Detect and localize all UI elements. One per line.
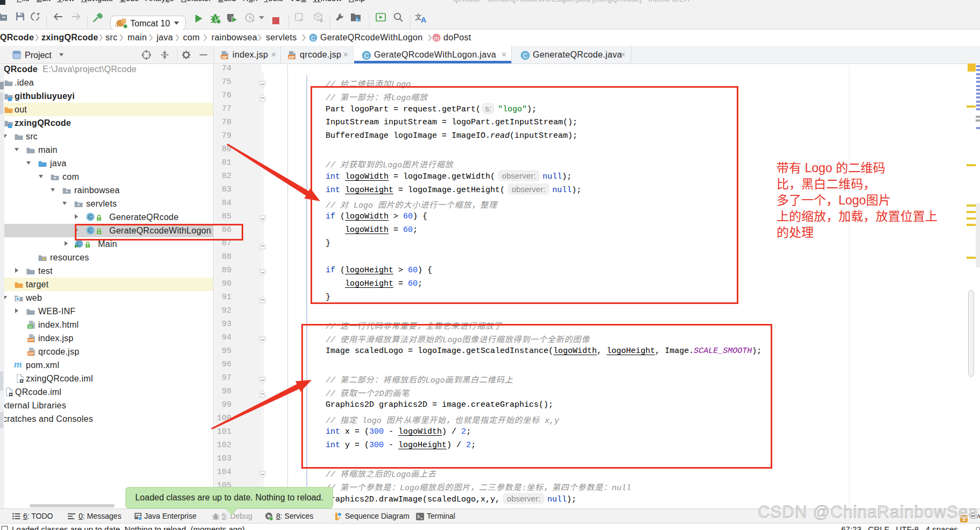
- svg-text:C: C: [364, 52, 369, 60]
- svg-text:JSP: JSP: [27, 338, 33, 342]
- svg-text:C: C: [88, 214, 93, 220]
- svg-text:JSP: JSP: [27, 352, 33, 355]
- svg-text:m: m: [434, 35, 439, 41]
- svg-text:JSP: JSP: [288, 55, 295, 59]
- svg-text:A: A: [421, 16, 426, 23]
- svg-text:JSP: JSP: [221, 55, 228, 59]
- svg-text:C: C: [523, 52, 528, 60]
- svg-text:H: H: [29, 325, 31, 329]
- svg-text:C: C: [311, 35, 315, 41]
